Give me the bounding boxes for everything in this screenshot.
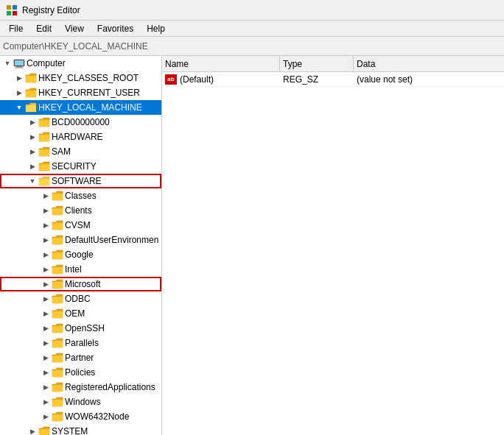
tree-node-computer[interactable]: ▼ Computer [0,56,161,71]
expander-icon: ▶ [27,116,38,128]
node-label: OpenSSH [65,323,105,333]
folder-icon [52,205,63,216]
svg-rect-6 [16,66,22,68]
expander-icon: ▶ [40,293,52,305]
tree-node-google[interactable]: ▶ Google [0,247,161,262]
tree-node-classes[interactable]: ▶ Classes [0,188,161,203]
expander-icon: ▶ [40,381,52,393]
computer-icon [13,57,25,69]
cell-name: ab (Default) [162,74,280,85]
title-bar: Registry Editor [0,0,504,21]
tree-node-sam[interactable]: ▶ SAM [0,144,161,159]
folder-icon [52,381,63,393]
folder-icon [25,102,37,113]
tree-node-hkey-current-user[interactable]: ▶ HKEY_CURRENT_USER [0,85,161,100]
tree-node-openssh[interactable]: ▶ OpenSSH [0,321,161,336]
expander-icon: ▶ [13,87,25,99]
cell-data: (value not set) [354,74,504,85]
tree-node-policies[interactable]: ▶ Policies [0,365,161,380]
folder-icon [52,234,63,246]
tree-node-hardware[interactable]: ▶ HARDWARE [0,130,161,144]
expander-icon: ▼ [13,102,25,113]
tree-node-bcd[interactable]: ▶ BCD00000000 [0,115,161,130]
menu-edit[interactable]: Edit [30,22,57,35]
tree-node-parallels[interactable]: ▶ Parallels [0,336,161,350]
folder-icon [52,337,63,349]
node-label: RegisteredApplications [65,382,155,392]
tree-node-software[interactable]: ▼ SOFTWARE [0,174,161,188]
tree-node-registered-apps[interactable]: ▶ RegisteredApplications [0,380,161,395]
tree-node-microsoft[interactable]: ▶ Microsoft [0,277,161,291]
node-label: HKEY_CURRENT_USER [38,88,140,98]
tree-node-default-user-env[interactable]: ▶ DefaultUserEnvironmen [0,233,161,247]
folder-icon [52,249,63,261]
svg-rect-1 [13,5,17,10]
address-label: Computer\HKEY_LOCAL_MACHINE [3,41,148,52]
detail-pane: Name Type Data ab (Default) REG_SZ (valu… [162,56,504,435]
folder-icon [25,87,37,99]
folder-icon [52,322,63,334]
tree-node-security[interactable]: ▶ SECURITY [0,159,161,174]
tree-pane[interactable]: ▼ Computer ▶ HKEY_CLASSES_ROOT ▶ [0,56,162,435]
node-label: SOFTWARE [52,176,102,186]
node-label: Partner [65,353,94,363]
tree-node-system[interactable]: ▶ SYSTEM [0,424,161,435]
tree-node-odbc[interactable]: ▶ ODBC [0,291,161,306]
expander-icon: ▶ [40,352,52,364]
folder-icon [52,367,63,378]
menu-bar: File Edit View Favorites Help [0,21,504,37]
main-content: ▼ Computer ▶ HKEY_CLASSES_ROOT ▶ [0,56,504,435]
tree-node-wow6432[interactable]: ▶ WOW6432Node [0,409,161,424]
tree-node-partner[interactable]: ▶ Partner [0,350,161,365]
svg-rect-0 [7,5,11,10]
node-label: SECURITY [52,161,97,171]
expander-icon: ▶ [27,146,38,158]
folder-icon [38,175,50,187]
node-label: HARDWARE [52,132,103,142]
node-label: Parallels [65,338,99,348]
node-label: HKEY_CLASSES_ROOT [38,73,139,83]
node-label: Intel [65,264,82,275]
tree-node-intel[interactable]: ▶ Intel [0,262,161,277]
tree-node-windows[interactable]: ▶ Windows [0,395,161,409]
menu-help[interactable]: Help [141,22,171,35]
col-header-type[interactable]: Type [280,56,354,71]
folder-icon [38,160,50,172]
expander-icon: ▶ [40,337,52,349]
folder-icon [52,396,63,408]
expander-icon: ▶ [40,278,52,290]
ab-icon: ab [165,74,177,85]
node-label: Windows [65,397,101,407]
expander-icon: ▼ [27,175,38,187]
table-row[interactable]: ab (Default) REG_SZ (value not set) [162,72,504,87]
svg-rect-3 [13,11,17,15]
expander-icon: ▶ [27,131,38,143]
expander-icon: ▶ [40,190,52,202]
expander-icon: ▶ [27,160,38,172]
expander-icon: ▶ [13,72,25,84]
expander-icon: ▶ [40,205,52,216]
folder-icon [38,425,50,435]
node-label: SAM [52,146,71,157]
node-label: Classes [65,191,97,201]
tree-node-oem[interactable]: ▶ OEM [0,306,161,321]
expander-icon: ▶ [40,411,52,422]
row-name-label: (Default) [180,74,214,85]
node-label: ODBC [65,294,91,304]
menu-view[interactable]: View [59,22,90,35]
menu-file[interactable]: File [3,22,29,35]
menu-favorites[interactable]: Favorites [91,22,139,35]
tree-node-hkey-classes-root[interactable]: ▶ HKEY_CLASSES_ROOT [0,71,161,85]
col-header-name[interactable]: Name [162,56,280,71]
folder-icon [52,293,63,305]
tree-node-hkey-local-machine[interactable]: ▼ HKEY_LOCAL_MACHINE [0,100,161,115]
expander-icon: ▶ [40,234,52,246]
tree-node-clients[interactable]: ▶ Clients [0,203,161,218]
col-header-data[interactable]: Data [354,56,504,71]
tree-node-cvsm[interactable]: ▶ CVSM [0,218,161,233]
node-label: Microsoft [65,279,101,289]
folder-icon [52,190,63,202]
node-label: Policies [65,367,95,378]
folder-icon [38,146,50,158]
node-label: Clients [65,205,92,216]
